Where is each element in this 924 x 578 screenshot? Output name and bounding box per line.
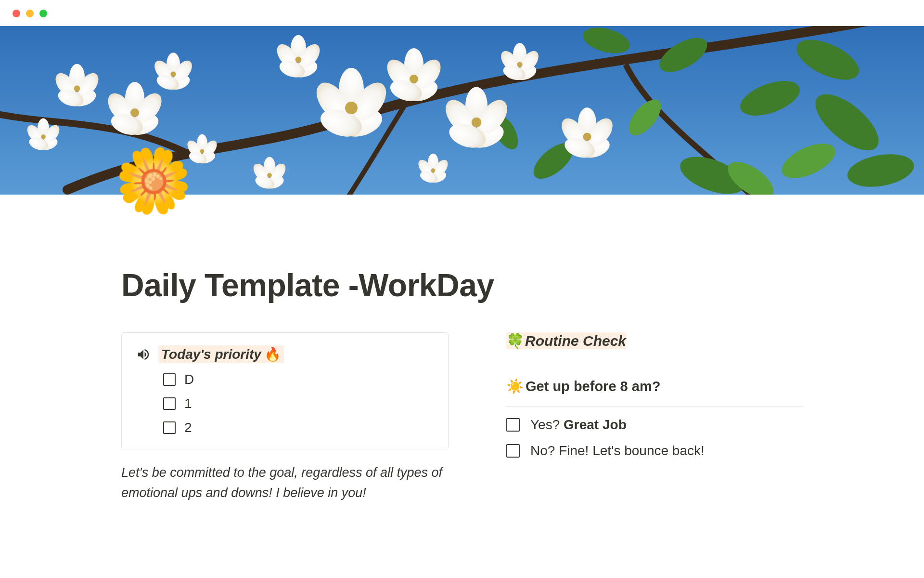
routine-question-text: Get up before 8 am? bbox=[526, 379, 660, 394]
routine-check-heading[interactable]: 🍀Routine Check bbox=[506, 332, 803, 349]
checkbox[interactable] bbox=[163, 373, 176, 386]
todo-label[interactable]: 2 bbox=[184, 420, 192, 435]
priority-callout[interactable]: Today's priority 🔥 D 1 2 bbox=[121, 332, 449, 449]
answer-text[interactable]: Yes? Great Job bbox=[530, 417, 627, 433]
svg-point-36 bbox=[41, 134, 46, 139]
window-traffic-lights bbox=[0, 0, 924, 26]
answer-item-no[interactable]: No? Fine! Let's bounce back! bbox=[506, 443, 803, 459]
maximize-window-button[interactable] bbox=[39, 10, 47, 17]
svg-point-54 bbox=[410, 75, 418, 83]
page-icon[interactable]: 🌼 bbox=[115, 149, 192, 212]
svg-point-78 bbox=[583, 132, 591, 141]
answer-text[interactable]: No? Fine! Let's bounce back! bbox=[530, 443, 705, 459]
svg-point-90 bbox=[431, 169, 436, 173]
checkbox[interactable] bbox=[506, 418, 520, 432]
checkbox[interactable] bbox=[163, 397, 176, 410]
svg-point-84 bbox=[267, 173, 272, 178]
clover-icon: 🍀 bbox=[506, 332, 524, 349]
svg-point-24 bbox=[74, 86, 80, 92]
svg-point-42 bbox=[200, 149, 205, 154]
todo-item[interactable]: 2 bbox=[163, 420, 434, 435]
svg-point-18 bbox=[130, 108, 139, 117]
minimize-window-button[interactable] bbox=[26, 10, 34, 17]
todo-label[interactable]: 1 bbox=[184, 396, 192, 411]
svg-point-48 bbox=[345, 102, 358, 114]
svg-point-60 bbox=[295, 57, 302, 63]
fire-icon: 🔥 bbox=[264, 346, 281, 362]
sun-icon: ☀️ bbox=[506, 378, 524, 394]
checkbox[interactable] bbox=[163, 421, 176, 434]
motivational-quote[interactable]: Let's be committed to the goal, regardle… bbox=[121, 463, 449, 503]
svg-point-66 bbox=[472, 118, 482, 128]
priority-heading[interactable]: Today's priority 🔥 bbox=[158, 345, 284, 363]
speaker-icon bbox=[136, 347, 151, 362]
svg-point-72 bbox=[517, 62, 522, 67]
todo-item[interactable]: D bbox=[163, 372, 434, 387]
priority-todo-list: D 1 2 bbox=[136, 372, 434, 435]
left-column: Today's priority 🔥 D 1 2 bbox=[121, 332, 449, 503]
routine-heading-text: Routine Check bbox=[525, 333, 626, 349]
checkbox[interactable] bbox=[506, 444, 520, 458]
answer-item-yes[interactable]: Yes? Great Job bbox=[506, 417, 803, 433]
right-column: 🍀Routine Check ☀️Get up before 8 am? Yes… bbox=[506, 332, 803, 459]
routine-answers: Yes? Great Job No? Fine! Let's bounce ba… bbox=[506, 417, 803, 459]
todo-label[interactable]: D bbox=[184, 372, 194, 387]
divider bbox=[506, 406, 803, 407]
priority-heading-text: Today's priority bbox=[161, 347, 261, 362]
page-title[interactable]: Daily Template -WorkDay bbox=[121, 267, 803, 303]
todo-item[interactable]: 1 bbox=[163, 396, 434, 411]
svg-point-30 bbox=[170, 71, 176, 77]
routine-question[interactable]: ☀️Get up before 8 am? bbox=[506, 378, 803, 394]
close-window-button[interactable] bbox=[13, 10, 20, 17]
